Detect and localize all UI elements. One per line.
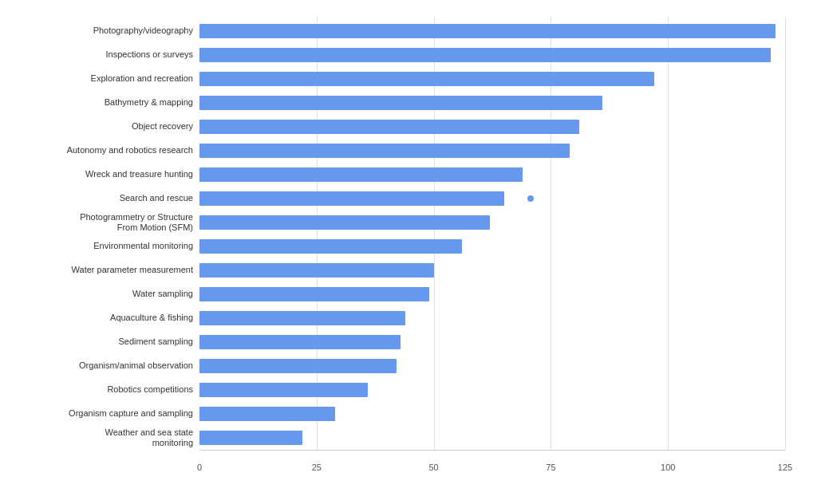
grid-line-125 [785, 16, 786, 450]
y-label-2: Exploration and recreation [91, 69, 193, 89]
bar-row-17 [199, 427, 785, 448]
y-label-5: Autonomy and robotics research [67, 140, 193, 161]
bar-4 [199, 120, 579, 134]
y-label-9: Environmental monitoring [93, 236, 193, 257]
bar-6 [199, 167, 523, 182]
x-tick-75: 75 [546, 463, 555, 472]
bar-row-8 [199, 212, 785, 233]
bar-1 [199, 48, 771, 62]
y-label-1: Inspections or surveys [106, 45, 193, 65]
bar-2 [199, 72, 654, 86]
y-axis-labels: Photography/videographyInspections or su… [8, 16, 199, 472]
y-label-12: Aquaculture & fishing [110, 308, 193, 329]
x-tick-50: 50 [428, 463, 438, 472]
bar-row-4 [199, 116, 785, 137]
y-label-14: Organism/animal observation [79, 356, 193, 376]
bar-row-15 [199, 380, 785, 400]
bar-10 [199, 263, 434, 278]
bar-row-5 [199, 140, 785, 161]
bars-area: 0255075100125 [199, 16, 785, 472]
grid-and-bars [199, 16, 785, 450]
y-label-15: Robotics competitions [107, 380, 193, 400]
x-axis-line [199, 450, 785, 451]
bar-row-11 [199, 284, 785, 305]
bar-17 [199, 431, 302, 445]
bar-row-3 [199, 93, 785, 113]
y-label-4: Object recovery [132, 116, 193, 137]
bar-0 [199, 24, 776, 38]
y-label-11: Water sampling [132, 284, 193, 305]
chart-container: Photography/videographyInspections or su… [0, 0, 817, 504]
x-tick-25: 25 [312, 463, 322, 472]
bar-9 [199, 239, 462, 254]
bar-row-6 [199, 164, 785, 185]
bar-row-13 [199, 332, 785, 352]
x-tick-100: 100 [661, 463, 675, 472]
y-label-3: Bathymetry & mapping [105, 93, 193, 113]
bar-row-16 [199, 404, 785, 424]
bar-7 [199, 191, 504, 206]
x-axis: 0255075100125 [199, 450, 785, 472]
bar-16 [199, 407, 335, 421]
bar-8 [199, 215, 490, 230]
y-label-16: Organism capture and sampling [69, 404, 193, 424]
y-label-0: Photography/videography [93, 21, 193, 41]
y-label-17: Weather and sea statemonitoring [105, 427, 193, 448]
bar-row-1 [199, 45, 785, 65]
bar-row-12 [199, 308, 785, 329]
y-label-8: Photogrammetry or StructureFrom Motion (… [80, 212, 193, 233]
bar-row-2 [199, 69, 785, 89]
x-tick-125: 125 [778, 463, 792, 472]
bar-row-10 [199, 260, 785, 281]
y-label-6: Wreck and treasure hunting [85, 164, 193, 185]
bar-row-0 [199, 21, 785, 41]
y-label-10: Water parameter measurement [72, 260, 193, 281]
chart-area: Photography/videographyInspections or su… [8, 16, 785, 472]
bar-13 [199, 335, 401, 349]
bar-row-14 [199, 356, 785, 376]
search-rescue-dot [527, 195, 534, 202]
bar-5 [199, 144, 570, 158]
bar-12 [199, 311, 405, 325]
bar-15 [199, 383, 368, 397]
x-tick-0: 0 [197, 463, 202, 472]
bar-11 [199, 287, 429, 301]
bar-14 [199, 359, 397, 373]
y-label-13: Sediment sampling [118, 332, 193, 352]
bar-row-7 [199, 188, 785, 209]
bar-row-9 [199, 236, 785, 257]
bar-3 [199, 96, 602, 110]
y-label-7: Search and rescue [120, 188, 193, 209]
